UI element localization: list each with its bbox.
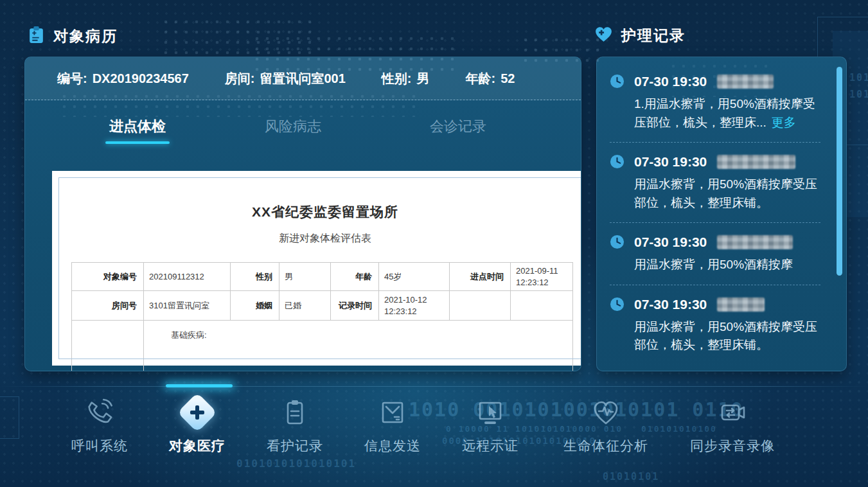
entry-text: 用温水擦背，用50%酒精按摩 bbox=[610, 256, 820, 274]
entry-timestamp: 07-30 19:30 bbox=[634, 235, 707, 250]
nav-item-label: 远程示证 bbox=[423, 437, 558, 455]
table-label-cell: 婚姻 bbox=[231, 291, 279, 321]
table-value-cell: 45岁 bbox=[379, 263, 450, 291]
subject-info-item: 性别:男 bbox=[382, 70, 430, 87]
table-value-cell: 2021-10-12 12:23:12 bbox=[379, 291, 450, 321]
table-value-cell: 男 bbox=[279, 263, 331, 291]
nursing-entry: 07-30 19:30用温水擦背，用50%酒精按摩 bbox=[610, 235, 820, 274]
entry-divider bbox=[610, 142, 820, 143]
table-row: 房间号3101留置讯问室婚姻已婚记录时间2021-10-12 12:23:12 bbox=[72, 291, 573, 321]
table-label-cell: 性别 bbox=[231, 263, 279, 291]
table-value-cell bbox=[450, 291, 511, 321]
clock-icon bbox=[610, 154, 624, 169]
table-value-cell: 基础疾病:手术外伤史: bbox=[144, 321, 573, 371]
clock-icon bbox=[610, 74, 624, 89]
entry-divider bbox=[610, 222, 820, 223]
table-value-cell bbox=[511, 291, 573, 321]
active-nav-indicator bbox=[166, 384, 233, 387]
redacted-name bbox=[717, 155, 795, 169]
table-label-cell: 记录时间 bbox=[331, 291, 379, 321]
table-value-cell: 2021-09-11 12:23:12 bbox=[511, 263, 573, 291]
exam-document: XX省纪委监委留置场所 新进对象体检评估表 对象编号202109112312性别… bbox=[52, 171, 581, 366]
document-title: XX省纪委监委留置场所 bbox=[52, 203, 581, 221]
heart-plus-icon bbox=[595, 26, 612, 45]
nav-item-label: 同步录音录像 bbox=[665, 437, 800, 455]
subject-info-item: 编号:DX20190234567 bbox=[57, 70, 189, 87]
exam-table: 对象编号202109112312性别男年龄45岁进点时间2021-09-11 1… bbox=[71, 262, 573, 371]
av-recording-icon bbox=[665, 394, 800, 430]
entry-timestamp: 07-30 19:30 bbox=[634, 154, 707, 170]
nursing-record-panel: 07-30 19:301.用温水擦背，用50%酒精按摩受压部位，梳头，整理床..… bbox=[596, 57, 847, 371]
subject-info-item: 房间:留置讯问室001 bbox=[225, 70, 346, 87]
entry-timestamp: 07-30 19:30 bbox=[634, 297, 707, 312]
page-title: 对象病历 bbox=[53, 26, 118, 46]
remote-display-icon bbox=[423, 394, 558, 430]
table-label-cell: 年龄 bbox=[331, 263, 379, 291]
nursing-entry: 07-30 19:30用温水擦背，用50%酒精按摩受压部位，梳头，整理床铺。 bbox=[610, 154, 820, 212]
nursing-entry-list: 07-30 19:301.用温水擦背，用50%酒精按摩受压部位，梳头，整理床..… bbox=[597, 57, 846, 371]
panel-title: 护理记录 bbox=[621, 26, 686, 46]
subject-info-bar: 编号:DX20190234567房间:留置讯问室001性别:男年龄:52 bbox=[25, 57, 581, 100]
table-label-cell: 进点时间 bbox=[450, 263, 511, 291]
more-link[interactable]: 更多 bbox=[772, 116, 796, 129]
clock-icon bbox=[610, 297, 624, 312]
binary-digits-deco: 101 bbox=[849, 89, 868, 100]
nav-item-生命体征分析[interactable]: 生命体征分析 bbox=[538, 394, 673, 455]
nursing-record-section-title: 护理记录 bbox=[595, 26, 686, 46]
dot-grid-deco bbox=[161, 17, 315, 55]
document-subtitle: 新进对象体检评估表 bbox=[52, 232, 581, 245]
clipboard-medical-icon bbox=[28, 26, 44, 47]
nav-item-远程示证[interactable]: 远程示证 bbox=[423, 394, 558, 455]
scrollbar-thumb[interactable] bbox=[837, 67, 842, 276]
clock-icon bbox=[610, 235, 624, 249]
redacted-name bbox=[717, 235, 793, 249]
table-value-cell: 202109112312 bbox=[144, 263, 231, 291]
tab-风险病志[interactable]: 风险病志 bbox=[261, 117, 325, 136]
nursing-entry: 07-30 19:30用温水擦背，用50%酒精按摩受压部位，梳头，整理床铺。 bbox=[610, 297, 820, 355]
redacted-name bbox=[717, 75, 774, 89]
record-tabs: 进点体检风险病志会诊记录 bbox=[25, 100, 581, 146]
table-label-cell: 对象编号 bbox=[72, 263, 144, 291]
tab-进点体检[interactable]: 进点体检 bbox=[105, 117, 170, 136]
table-row: 基础疾病:手术外伤史: bbox=[72, 321, 573, 371]
entry-divider bbox=[610, 285, 820, 285]
tab-会诊记录[interactable]: 会诊记录 bbox=[426, 117, 490, 136]
entry-timestamp: 07-30 19:30 bbox=[634, 74, 707, 89]
entry-text: 用温水擦背，用50%酒精按摩受压部位，梳头，整理床铺。 bbox=[610, 318, 820, 355]
bottom-navigation: 呼叫系统对象医疗看护记录信息发送远程示证生命体征分析同步录音录像 bbox=[0, 394, 868, 478]
vital-signs-icon bbox=[538, 394, 673, 430]
medical-record-panel: 编号:DX20190234567房间:留置讯问室001性别:男年龄:52 进点体… bbox=[24, 57, 581, 371]
table-value-cell: 已婚 bbox=[279, 291, 331, 321]
active-tab-underline bbox=[105, 141, 170, 144]
nav-item-label: 生命体征分析 bbox=[538, 437, 673, 455]
table-value-cell bbox=[72, 321, 144, 371]
binary-digits-deco: 101 bbox=[849, 72, 868, 84]
entry-text: 1.用温水擦背，用50%酒精按摩受压部位，梳头，整理床...更多 bbox=[610, 95, 820, 132]
subject-info-item: 年龄:52 bbox=[466, 70, 515, 87]
nursing-entry: 07-30 19:301.用温水擦背，用50%酒精按摩受压部位，梳头，整理床..… bbox=[610, 74, 820, 132]
nav-divider-line bbox=[0, 386, 868, 387]
entry-text: 用温水擦背，用50%酒精按摩受压部位，梳头，整理床铺。 bbox=[610, 175, 820, 212]
table-row: 对象编号202109112312性别男年龄45岁进点时间2021-09-11 1… bbox=[72, 263, 573, 291]
redacted-name bbox=[717, 297, 765, 312]
table-value-cell: 3101留置讯问室 bbox=[144, 291, 231, 321]
table-label-cell: 房间号 bbox=[72, 291, 144, 321]
medical-diamond-icon bbox=[177, 393, 217, 432]
nav-item-同步录音录像[interactable]: 同步录音录像 bbox=[665, 394, 800, 455]
medical-record-section-title: 对象病历 bbox=[28, 26, 118, 47]
